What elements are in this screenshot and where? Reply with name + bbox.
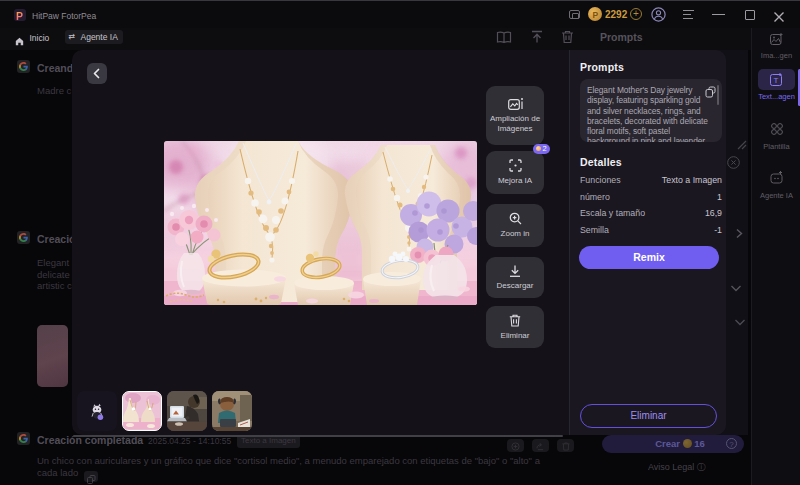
- svg-text:T: T: [774, 76, 779, 85]
